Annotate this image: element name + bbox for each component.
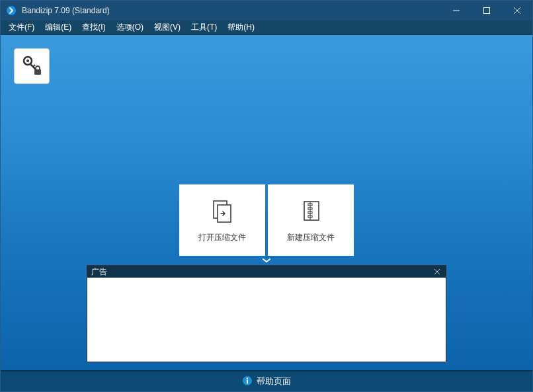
chevron-down-icon xyxy=(262,256,271,265)
menu-view[interactable]: 视图(V) xyxy=(149,20,186,34)
svg-rect-9 xyxy=(34,69,41,75)
footer-help-link[interactable]: 帮助页面 xyxy=(1,370,532,391)
open-archive-label: 打开压缩文件 xyxy=(198,232,246,243)
ad-title: 广告 xyxy=(91,266,432,278)
center-area: 打开压缩文件 新建压缩文件 xyxy=(1,35,532,256)
info-icon xyxy=(242,375,253,388)
menu-edit[interactable]: 编辑(E) xyxy=(40,20,77,34)
maximize-button[interactable] xyxy=(472,1,502,20)
app-icon xyxy=(6,5,17,16)
new-archive-card[interactable]: 新建压缩文件 xyxy=(268,184,354,256)
svg-point-6 xyxy=(26,59,29,62)
minimize-button[interactable] xyxy=(441,1,472,20)
new-archive-icon xyxy=(298,198,324,224)
ad-header: 广告 xyxy=(87,266,446,278)
menu-options[interactable]: 选项(O) xyxy=(111,20,149,34)
menu-help[interactable]: 帮助(H) xyxy=(222,20,260,34)
svg-line-8 xyxy=(33,65,35,67)
menu-find[interactable]: 查找(I) xyxy=(77,20,110,34)
ad-close-button[interactable] xyxy=(432,267,442,276)
ad-body xyxy=(87,278,446,362)
window-controls xyxy=(441,1,532,20)
footer-help-label: 帮助页面 xyxy=(257,375,291,387)
close-button[interactable] xyxy=(502,1,532,20)
svg-point-0 xyxy=(7,6,16,15)
ad-panel: 广告 xyxy=(87,265,446,362)
menu-tools[interactable]: 工具(T) xyxy=(186,20,222,34)
menubar: 文件(F) 编辑(E) 查找(I) 选项(O) 视图(V) 工具(T) 帮助(H… xyxy=(1,20,532,35)
window-title: Bandizip 7.09 (Standard) xyxy=(22,6,441,15)
key-lock-icon xyxy=(20,54,44,79)
expand-chevron[interactable] xyxy=(1,256,532,265)
open-archive-card[interactable]: 打开压缩文件 xyxy=(179,184,265,256)
app-window: Bandizip 7.09 (Standard) 文件(F) 编辑(E) 查找(… xyxy=(0,0,533,392)
new-archive-label: 新建压缩文件 xyxy=(287,232,335,243)
close-icon xyxy=(434,267,440,276)
svg-rect-2 xyxy=(484,8,490,14)
menu-file[interactable]: 文件(F) xyxy=(3,20,40,34)
titlebar: Bandizip 7.09 (Standard) xyxy=(1,1,532,20)
open-archive-icon xyxy=(209,198,235,224)
svg-rect-22 xyxy=(247,379,248,383)
password-manager-button[interactable] xyxy=(14,48,50,84)
svg-point-21 xyxy=(247,377,248,379)
content-area: 打开压缩文件 新建压缩文件 xyxy=(1,35,532,370)
action-cards: 打开压缩文件 新建压缩文件 xyxy=(179,184,354,256)
